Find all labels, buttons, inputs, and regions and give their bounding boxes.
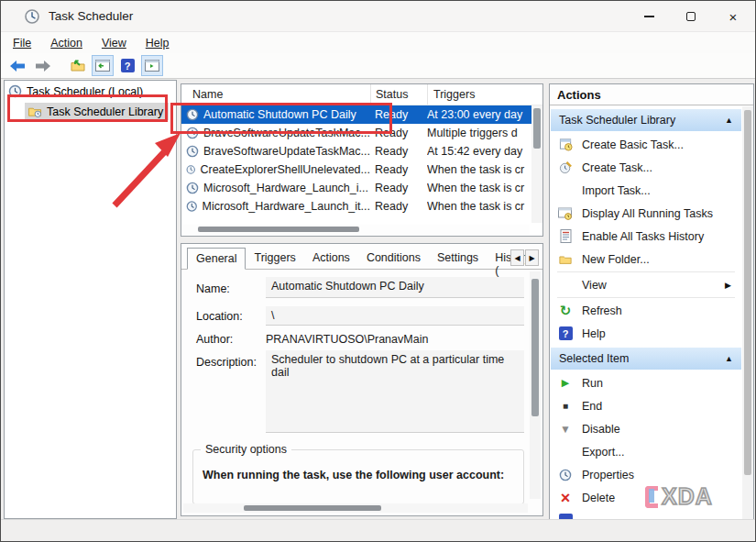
action-label: New Folder...: [582, 253, 650, 266]
description-field-value: Scheduler to shutdown PC at a particular…: [266, 350, 524, 433]
action-view[interactable]: View ▶: [550, 273, 742, 296]
console-tree-toggle-icon: [95, 60, 110, 72]
maximize-button[interactable]: [670, 2, 712, 31]
action-partial-help[interactable]: [550, 509, 742, 519]
task-row[interactable]: Microsoft_Hardware_Launch_i... Ready Whe…: [181, 179, 531, 197]
parent-folder-button[interactable]: [67, 55, 89, 76]
task-name: Microsoft_Hardware_Launch_it...: [203, 200, 370, 213]
action-label: Run: [582, 377, 603, 390]
help-button[interactable]: ?: [116, 55, 138, 76]
minimize-button[interactable]: [628, 2, 670, 31]
action-create-basic-task[interactable]: Create Basic Task...: [550, 133, 742, 156]
task-row[interactable]: Microsoft_Hardware_Launch_it... Ready Wh…: [181, 197, 531, 216]
task-triggers: At 23:00 every day: [427, 108, 531, 121]
separator: [557, 297, 735, 298]
action-help[interactable]: ? Help: [550, 322, 742, 345]
help-icon: ?: [559, 326, 573, 340]
task-triggers: When the task is cr: [427, 163, 531, 176]
action-run[interactable]: ▶ Run: [550, 371, 742, 394]
tab-conditions[interactable]: Conditions: [358, 248, 429, 270]
details-horizontal-scrollbar[interactable]: [183, 503, 528, 513]
section-header-label: Selected Item: [559, 352, 629, 365]
task-list-horizontal-scrollbar[interactable]: [183, 225, 530, 234]
actions-section-library-header[interactable]: Task Scheduler Library ▲: [551, 109, 741, 131]
annotation-arrow: [96, 128, 192, 220]
actions-pane-scrollbar[interactable]: [742, 106, 753, 519]
back-button[interactable]: [6, 55, 28, 76]
action-disable[interactable]: ▼ Disable: [550, 417, 742, 440]
end-icon: ■: [558, 399, 573, 414]
action-pane-toggle-button[interactable]: [141, 55, 163, 76]
task-row[interactable]: BraveSoftwareUpdateTaskMac... Ready At 1…: [181, 142, 531, 160]
action-label: Disable: [582, 423, 620, 436]
disable-icon: ▼: [558, 422, 573, 437]
menu-bar: File Action View Help: [1, 31, 755, 53]
app-clock-icon: [25, 9, 39, 24]
action-enable-all-tasks-history[interactable]: Enable All Tasks History: [550, 225, 742, 248]
close-icon: ×: [729, 10, 738, 24]
maximize-icon: [686, 12, 696, 21]
close-button[interactable]: ×: [712, 2, 754, 31]
console-tree-toggle-button[interactable]: [92, 55, 114, 76]
tab-triggers[interactable]: Triggers: [246, 248, 303, 270]
name-field-label: Name:: [196, 282, 230, 295]
details-tabs: General Triggers Actions Conditions Sett…: [187, 248, 542, 270]
action-import-task[interactable]: Import Task...: [550, 179, 742, 202]
task-scheduler-window: Task Scheduler × File Action View Help: [0, 0, 756, 542]
task-row[interactable]: CreateExplorerShellUnelevated... Ready W…: [181, 160, 531, 179]
action-label: End: [582, 400, 602, 413]
actions-pane: Actions Task Scheduler Library ▲ Create …: [549, 83, 754, 520]
tasks-history-icon: [558, 229, 573, 244]
window-title: Task Scheduler: [49, 9, 133, 23]
task-status: Ready: [370, 163, 427, 176]
menu-action[interactable]: Action: [50, 37, 82, 50]
action-label: Properties: [582, 469, 634, 481]
action-label: Create Basic Task...: [582, 138, 684, 151]
display-running-tasks-icon: [558, 206, 573, 221]
action-end[interactable]: ■ End: [550, 394, 742, 417]
tab-scroll-left-button[interactable]: ◀: [510, 249, 524, 266]
back-icon: [10, 61, 26, 72]
security-options-label: Security options: [201, 443, 291, 456]
tab-settings[interactable]: Settings: [429, 248, 487, 270]
forward-button[interactable]: [31, 55, 53, 76]
action-label: Delete: [582, 492, 615, 504]
task-triggers: Multiple triggers d: [427, 127, 531, 139]
action-export[interactable]: Export...: [550, 440, 742, 463]
task-name: Microsoft_Hardware_Launch_i...: [203, 182, 368, 194]
annotation-box-library: [7, 94, 168, 122]
task-triggers: At 15:42 every day: [427, 145, 531, 158]
task-name: BraveSoftwareUpdateTaskMac...: [203, 145, 370, 158]
author-field-label: Author:: [196, 333, 233, 346]
help-icon: ?: [121, 59, 135, 72]
column-header-status[interactable]: Status: [370, 84, 427, 105]
security-options-group: Security options When running the task, …: [192, 449, 524, 504]
location-field-label: Location:: [196, 310, 243, 323]
action-create-task[interactable]: Create Task...: [550, 156, 742, 179]
separator: [557, 271, 735, 272]
blank-icon: [558, 278, 573, 293]
tab-scroll-right-button[interactable]: ▶: [525, 249, 539, 266]
collapse-icon: ▲: [725, 116, 733, 125]
action-new-folder[interactable]: New Folder...: [550, 248, 742, 271]
menu-view[interactable]: View: [102, 37, 126, 50]
details-vertical-scrollbar[interactable]: [530, 271, 541, 499]
column-header-name[interactable]: Name: [181, 88, 370, 101]
menu-file[interactable]: File: [13, 37, 31, 50]
action-label: Export...: [582, 446, 625, 459]
tab-general[interactable]: General: [187, 248, 246, 270]
menu-help[interactable]: Help: [146, 37, 170, 50]
refresh-icon: ↻: [558, 304, 573, 318]
name-field-value: Automatic Shutdown PC Daily: [266, 277, 524, 298]
task-details-panel: General Triggers Actions Conditions Sett…: [181, 243, 543, 516]
properties-icon: [558, 468, 573, 482]
tab-actions[interactable]: Actions: [304, 248, 358, 270]
action-refresh[interactable]: ↻ Refresh: [550, 299, 742, 322]
actions-section-selected-item-header[interactable]: Selected Item ▲: [551, 348, 741, 370]
column-header-triggers[interactable]: Triggers: [427, 84, 542, 105]
task-triggers: When the task is cr: [427, 182, 531, 194]
task-name: CreateExplorerShellUnelevated...: [200, 163, 370, 176]
task-list-vertical-scrollbar[interactable]: [531, 105, 542, 223]
action-display-all-running-tasks[interactable]: Display All Running Tasks: [550, 202, 742, 225]
forward-icon: [35, 61, 50, 72]
